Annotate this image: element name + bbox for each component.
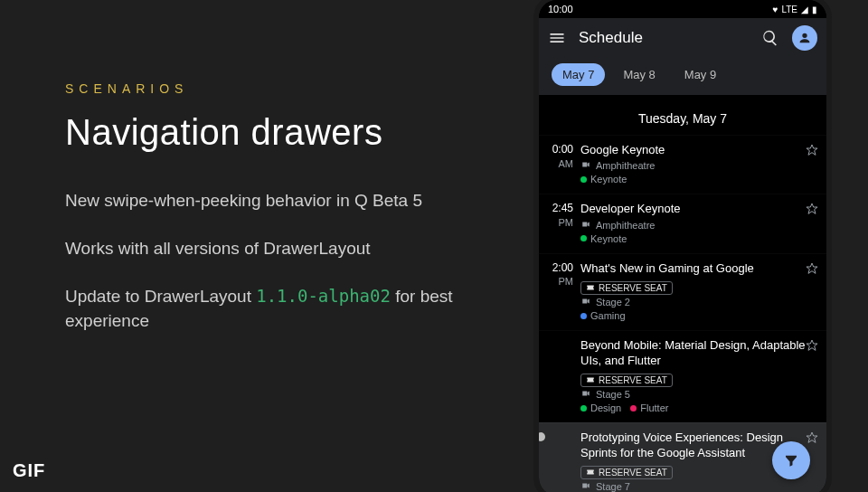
session-location: Amphitheatre — [580, 220, 817, 231]
camera-icon — [580, 220, 591, 231]
phone-mockup: 10:00 ♥ LTE ◢ ▮ Schedule May 7May 8May 9… — [533, 0, 832, 492]
date-chip-may7[interactable]: May 7 — [552, 63, 605, 86]
session-tags: DesignFlutter — [580, 402, 817, 413]
bullet-2: Update to DrawerLayout 1.1.0-alpha02 for… — [65, 284, 499, 333]
session-tags: Gaming — [580, 310, 817, 321]
session-location: Stage 5 — [580, 389, 817, 400]
status-battery-icon: ▮ — [812, 5, 817, 14]
date-chip-may8[interactable]: May 8 — [612, 63, 665, 86]
eyebrow: SCENARIOS — [65, 81, 499, 96]
session-location: Amphitheatre — [580, 160, 817, 171]
date-chips: May 7May 8May 9 — [539, 58, 826, 95]
session-title: Google Keynote — [580, 143, 817, 157]
bullet-0: New swipe-when-peeking behavior in Q Bet… — [65, 189, 499, 213]
session-time: 2:45PM — [539, 202, 580, 243]
session-time: 0:00AM — [539, 143, 580, 184]
date-header: Tuesday, May 7 — [539, 95, 826, 135]
date-chip-may9[interactable]: May 9 — [674, 63, 727, 86]
tag-gaming: Gaming — [580, 310, 626, 321]
filter-fab[interactable] — [772, 441, 810, 479]
reserve-seat-button[interactable]: RESERVE SEAT — [580, 281, 673, 295]
session-row[interactable]: 0:00AMGoogle KeynoteAmphitheatreKeynote — [539, 135, 826, 194]
reserve-seat-button[interactable]: RESERVE SEAT — [580, 466, 673, 479]
app-title: Schedule — [579, 29, 749, 47]
status-network: LTE — [781, 5, 797, 14]
session-tags: Keynote — [580, 174, 817, 184]
tag-keynote: Keynote — [580, 233, 627, 244]
camera-icon — [580, 481, 591, 492]
slide-title: Navigation drawers — [65, 112, 499, 153]
avatar[interactable] — [792, 25, 817, 51]
reserve-seat-button[interactable]: RESERVE SEAT — [580, 374, 673, 387]
session-title: Developer Keynote — [580, 202, 817, 216]
search-icon[interactable] — [761, 29, 779, 47]
camera-icon — [580, 297, 591, 308]
session-tags: Keynote — [580, 233, 817, 244]
bullet-1: Works with all versions of DrawerLayout — [65, 237, 499, 261]
gif-badge: GIF — [13, 460, 45, 481]
star-icon[interactable] — [805, 338, 819, 353]
code-version: 1.1.0-alpha02 — [256, 286, 391, 306]
hamburger-icon[interactable] — [548, 29, 566, 47]
star-icon[interactable] — [805, 143, 819, 157]
star-icon[interactable] — [805, 202, 819, 216]
star-icon[interactable] — [805, 261, 819, 276]
camera-icon — [580, 160, 591, 171]
status-heart-icon: ♥ — [772, 5, 778, 14]
session-row[interactable]: 2:00PMWhat's New in Gaming at GoogleRESE… — [539, 253, 826, 331]
star-icon[interactable] — [805, 430, 819, 445]
session-location: Stage 7 — [580, 481, 817, 492]
app-bar: Schedule — [539, 18, 826, 58]
status-signal-icon: ◢ — [801, 5, 808, 14]
status-time: 10:00 — [548, 4, 573, 14]
tag-flutter: Flutter — [630, 402, 668, 413]
session-location: Stage 2 — [580, 297, 817, 308]
tag-keynote: Keynote — [580, 174, 627, 184]
session-row[interactable]: Beyond Mobile: Material Design, Adaptabl… — [539, 330, 826, 422]
session-time — [539, 338, 580, 413]
tag-design: Design — [580, 402, 621, 413]
session-time — [539, 430, 580, 492]
session-row[interactable]: 2:45PMDeveloper KeynoteAmphitheatreKeyno… — [539, 194, 826, 252]
status-bar: 10:00 ♥ LTE ◢ ▮ — [539, 0, 826, 18]
session-title: Beyond Mobile: Material Design, Adaptabl… — [580, 338, 817, 368]
camera-icon — [580, 389, 591, 400]
session-time: 2:00PM — [539, 261, 580, 322]
session-title: What's New in Gaming at Google — [580, 261, 817, 276]
